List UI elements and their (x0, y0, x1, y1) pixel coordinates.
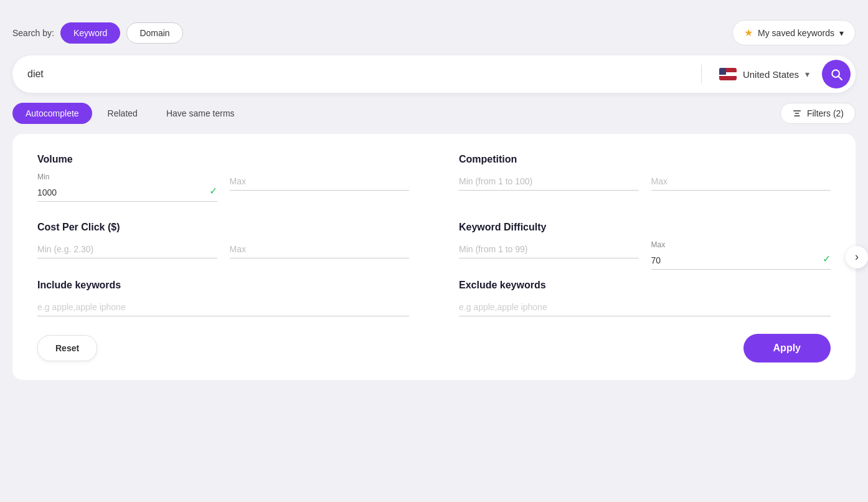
apply-button[interactable]: Apply (743, 334, 831, 362)
volume-max-input[interactable] (230, 173, 410, 191)
kd-title: Keyword Difficulty (459, 222, 831, 233)
tab-have-same-terms[interactable]: Have same terms (153, 103, 248, 124)
search-by-group: Search by: Keyword Domain (12, 22, 183, 44)
filters-label: Filters (2) (807, 108, 844, 118)
country-selector[interactable]: United States ▾ (712, 63, 817, 85)
filter-panel: Volume Min ✓ Competition (12, 134, 856, 380)
cpc-fields-row (37, 240, 409, 258)
cpc-max-input[interactable] (230, 240, 410, 258)
volume-min-group: Min ✓ (37, 173, 217, 202)
country-name: United States (743, 69, 799, 80)
cpc-title: Cost Per Click ($) (37, 222, 409, 233)
volume-fields-row: Min ✓ (37, 173, 409, 202)
search-icon (830, 68, 842, 80)
chevron-down-icon: ▾ (839, 28, 844, 38)
kd-max-input[interactable] (651, 252, 831, 270)
filter-tab-row: Autocomplete Related Have same terms Fil… (12, 103, 856, 124)
right-arrow-icon: › (855, 250, 859, 263)
cpc-min-input[interactable] (37, 240, 217, 258)
filters-icon (792, 108, 802, 118)
kd-section: Keyword Difficulty Max ✓ (459, 222, 831, 270)
saved-keywords-button[interactable]: ★ My saved keywords ▾ (732, 20, 856, 45)
volume-check-icon: ✓ (209, 185, 217, 197)
search-divider (701, 65, 702, 83)
volume-section: Volume Min ✓ (37, 154, 409, 202)
kd-check-icon: ✓ (823, 253, 831, 265)
tab-group: Autocomplete Related Have same terms (12, 103, 248, 124)
tab-related[interactable]: Related (95, 103, 151, 124)
tab-autocomplete[interactable]: Autocomplete (12, 103, 92, 124)
volume-title: Volume (37, 154, 409, 165)
exclude-keywords-section: Exclude keywords (459, 280, 831, 316)
volume-max-group (230, 173, 410, 202)
include-keywords-section: Include keywords (37, 280, 409, 316)
kd-min-input[interactable] (459, 240, 639, 258)
competition-title: Competition (459, 154, 831, 165)
cpc-min-group (37, 240, 217, 258)
cpc-max-group (230, 240, 410, 258)
right-arrow-button[interactable]: › (846, 246, 868, 268)
exclude-keywords-input[interactable] (459, 298, 831, 316)
svg-point-0 (832, 70, 839, 77)
competition-section: Competition (459, 154, 831, 202)
keyword-tab[interactable]: Keyword (60, 22, 120, 44)
search-input[interactable] (27, 69, 691, 80)
include-exclude-row: Include keywords Exclude keywords (37, 280, 831, 316)
volume-min-label: Min (37, 173, 217, 181)
competition-max-input[interactable] (651, 173, 831, 191)
filter-grid: Volume Min ✓ Competition (37, 154, 831, 270)
include-keywords-input[interactable] (37, 298, 409, 316)
volume-min-input-wrapper: ✓ (37, 184, 217, 202)
kd-max-input-wrapper: ✓ (651, 252, 831, 270)
search-button[interactable] (822, 60, 851, 88)
volume-min-input[interactable] (37, 184, 217, 202)
exclude-keywords-title: Exclude keywords (459, 280, 831, 291)
competition-fields-row (459, 173, 831, 191)
kd-fields-row: Max ✓ (459, 240, 831, 270)
cpc-section: Cost Per Click ($) (37, 222, 409, 270)
search-by-label: Search by: (12, 28, 54, 38)
kd-max-group: Max ✓ (651, 240, 831, 270)
competition-min-input[interactable] (459, 173, 639, 191)
star-icon: ★ (744, 27, 753, 39)
us-flag-icon (719, 68, 737, 80)
country-chevron-icon: ▾ (805, 69, 809, 79)
kd-max-label: Max (651, 240, 831, 249)
domain-tab[interactable]: Domain (126, 22, 182, 44)
top-bar: Search by: Keyword Domain ★ My saved key… (12, 12, 856, 55)
saved-keywords-label: My saved keywords (758, 28, 834, 38)
svg-line-1 (839, 77, 842, 80)
search-bar: United States ▾ (12, 55, 856, 93)
filters-button[interactable]: Filters (2) (780, 103, 856, 124)
competition-max-group (651, 173, 831, 191)
competition-min-group (459, 173, 639, 191)
reset-button[interactable]: Reset (37, 335, 97, 361)
kd-min-group (459, 240, 639, 270)
include-keywords-title: Include keywords (37, 280, 409, 291)
actions-row: Reset Apply (37, 334, 831, 362)
